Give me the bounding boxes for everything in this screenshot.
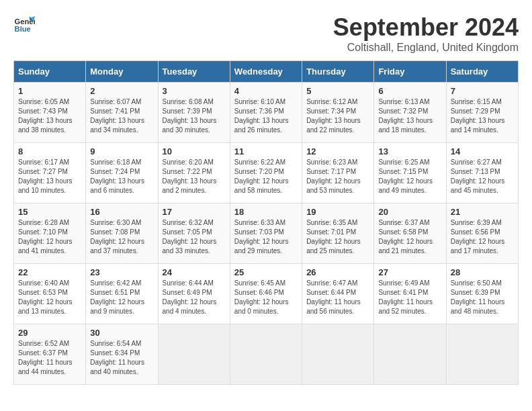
day-info: Sunrise: 6:23 AMSunset: 7:17 PMDaylight:… [306,158,369,195]
calendar-cell: 9Sunrise: 6:18 AMSunset: 7:24 PMDaylight… [86,143,158,203]
day-number: 24 [163,267,226,277]
day-info: Sunrise: 6:30 AMSunset: 7:08 PMDaylight:… [90,218,153,256]
calendar-cell: 12Sunrise: 6:23 AMSunset: 7:17 PMDayligh… [302,143,374,203]
calendar-cell: 16Sunrise: 6:30 AMSunset: 7:08 PMDayligh… [86,203,158,264]
day-info: Sunrise: 6:20 AMSunset: 7:22 PMDaylight:… [163,158,226,195]
calendar-cell: 8Sunrise: 6:17 AMSunset: 7:27 PMDaylight… [14,143,86,203]
day-number: 25 [234,267,298,277]
day-info: Sunrise: 6:52 AMSunset: 6:37 PMDaylight:… [18,339,81,377]
day-info: Sunrise: 6:33 AMSunset: 7:03 PMDaylight:… [234,218,298,256]
calendar-cell: 24Sunrise: 6:44 AMSunset: 6:49 PMDayligh… [158,264,230,324]
calendar-cell: 18Sunrise: 6:33 AMSunset: 7:03 PMDayligh… [230,203,302,264]
day-number: 11 [234,146,298,156]
day-info: Sunrise: 6:10 AMSunset: 7:36 PMDaylight:… [234,97,298,135]
day-number: 16 [90,207,153,217]
weekday-header-wednesday: Wednesday [230,61,302,83]
day-number: 10 [163,146,226,156]
day-number: 12 [306,146,369,156]
week-row-1: 1Sunrise: 6:05 AMSunset: 7:43 PMDaylight… [14,83,519,143]
day-info: Sunrise: 6:42 AMSunset: 6:51 PMDaylight:… [90,279,153,316]
day-number: 21 [451,207,514,217]
day-info: Sunrise: 6:49 AMSunset: 6:41 PMDaylight:… [378,279,441,316]
day-info: Sunrise: 6:13 AMSunset: 7:32 PMDaylight:… [378,97,441,135]
day-info: Sunrise: 6:45 AMSunset: 6:46 PMDaylight:… [234,279,298,316]
day-info: Sunrise: 6:47 AMSunset: 6:44 PMDaylight:… [306,279,369,316]
weekday-header-friday: Friday [374,61,446,83]
weekday-header-row: SundayMondayTuesdayWednesdayThursdayFrid… [14,61,519,83]
calendar-cell: 17Sunrise: 6:32 AMSunset: 7:05 PMDayligh… [158,203,230,264]
day-info: Sunrise: 6:07 AMSunset: 7:41 PMDaylight:… [90,97,153,135]
calendar-cell [374,324,446,385]
day-info: Sunrise: 6:44 AMSunset: 6:49 PMDaylight:… [163,279,226,316]
day-number: 5 [306,86,369,96]
calendar-cell [446,324,518,385]
calendar-table: SundayMondayTuesdayWednesdayThursdayFrid… [13,60,519,385]
calendar-cell: 29Sunrise: 6:52 AMSunset: 6:37 PMDayligh… [14,324,86,385]
calendar-cell: 6Sunrise: 6:13 AMSunset: 7:32 PMDaylight… [374,83,446,143]
day-info: Sunrise: 6:54 AMSunset: 6:34 PMDaylight:… [90,339,153,377]
calendar-cell: 14Sunrise: 6:27 AMSunset: 7:13 PMDayligh… [446,143,518,203]
day-number: 2 [90,86,153,96]
day-info: Sunrise: 6:08 AMSunset: 7:39 PMDaylight:… [163,97,226,135]
calendar-cell: 3Sunrise: 6:08 AMSunset: 7:39 PMDaylight… [158,83,230,143]
weekday-header-thursday: Thursday [302,61,374,83]
day-number: 1 [18,86,81,96]
day-number: 27 [378,267,441,277]
day-number: 22 [18,267,81,277]
day-info: Sunrise: 6:05 AMSunset: 7:43 PMDaylight:… [18,97,81,135]
calendar-cell: 15Sunrise: 6:28 AMSunset: 7:10 PMDayligh… [14,203,86,264]
calendar-cell [302,324,374,385]
calendar-cell: 2Sunrise: 6:07 AMSunset: 7:41 PMDaylight… [86,83,158,143]
calendar-cell: 26Sunrise: 6:47 AMSunset: 6:44 PMDayligh… [302,264,374,324]
day-number: 30 [90,328,153,338]
day-number: 18 [234,207,298,217]
day-info: Sunrise: 6:17 AMSunset: 7:27 PMDaylight:… [18,158,81,195]
day-number: 28 [451,267,514,277]
weekday-header-monday: Monday [86,61,158,83]
day-number: 29 [18,328,81,338]
calendar-cell: 19Sunrise: 6:35 AMSunset: 7:01 PMDayligh… [302,203,374,264]
calendar-cell: 23Sunrise: 6:42 AMSunset: 6:51 PMDayligh… [86,264,158,324]
general-blue-logo-icon: General Blue [13,13,35,35]
day-number: 14 [451,146,514,156]
week-row-2: 8Sunrise: 6:17 AMSunset: 7:27 PMDaylight… [14,143,519,203]
day-info: Sunrise: 6:15 AMSunset: 7:29 PMDaylight:… [451,97,514,135]
calendar-cell: 20Sunrise: 6:37 AMSunset: 6:58 PMDayligh… [374,203,446,264]
calendar-cell: 7Sunrise: 6:15 AMSunset: 7:29 PMDaylight… [446,83,518,143]
calendar-cell: 1Sunrise: 6:05 AMSunset: 7:43 PMDaylight… [14,83,86,143]
day-number: 20 [378,207,441,217]
weekday-header-tuesday: Tuesday [158,61,230,83]
day-number: 7 [451,86,514,96]
calendar-cell: 22Sunrise: 6:40 AMSunset: 6:53 PMDayligh… [14,264,86,324]
weekday-header-sunday: Sunday [14,61,86,83]
calendar-cell: 27Sunrise: 6:49 AMSunset: 6:41 PMDayligh… [374,264,446,324]
location-title: Coltishall, England, United Kingdom [333,42,519,54]
calendar-cell [158,324,230,385]
day-info: Sunrise: 6:37 AMSunset: 6:58 PMDaylight:… [378,218,441,256]
title-section: September 2024 Coltishall, England, Unit… [333,13,519,54]
calendar-cell: 21Sunrise: 6:39 AMSunset: 6:56 PMDayligh… [446,203,518,264]
calendar-cell: 4Sunrise: 6:10 AMSunset: 7:36 PMDaylight… [230,83,302,143]
day-info: Sunrise: 6:40 AMSunset: 6:53 PMDaylight:… [18,279,81,316]
day-info: Sunrise: 6:25 AMSunset: 7:15 PMDaylight:… [378,158,441,195]
day-info: Sunrise: 6:18 AMSunset: 7:24 PMDaylight:… [90,158,153,195]
day-number: 13 [378,146,441,156]
calendar-cell: 30Sunrise: 6:54 AMSunset: 6:34 PMDayligh… [86,324,158,385]
day-number: 6 [378,86,441,96]
day-info: Sunrise: 6:12 AMSunset: 7:34 PMDaylight:… [306,97,369,135]
calendar-cell: 11Sunrise: 6:22 AMSunset: 7:20 PMDayligh… [230,143,302,203]
logo: General Blue [13,13,35,35]
day-number: 8 [18,146,81,156]
weekday-header-saturday: Saturday [446,61,518,83]
day-number: 23 [90,267,153,277]
day-info: Sunrise: 6:28 AMSunset: 7:10 PMDaylight:… [18,218,81,256]
calendar-cell: 25Sunrise: 6:45 AMSunset: 6:46 PMDayligh… [230,264,302,324]
day-number: 26 [306,267,369,277]
day-number: 4 [234,86,298,96]
week-row-5: 29Sunrise: 6:52 AMSunset: 6:37 PMDayligh… [14,324,519,385]
week-row-4: 22Sunrise: 6:40 AMSunset: 6:53 PMDayligh… [14,264,519,324]
day-info: Sunrise: 6:50 AMSunset: 6:39 PMDaylight:… [451,279,514,316]
day-info: Sunrise: 6:39 AMSunset: 6:56 PMDaylight:… [451,218,514,256]
month-title: September 2024 [333,13,519,42]
day-info: Sunrise: 6:35 AMSunset: 7:01 PMDaylight:… [306,218,369,256]
